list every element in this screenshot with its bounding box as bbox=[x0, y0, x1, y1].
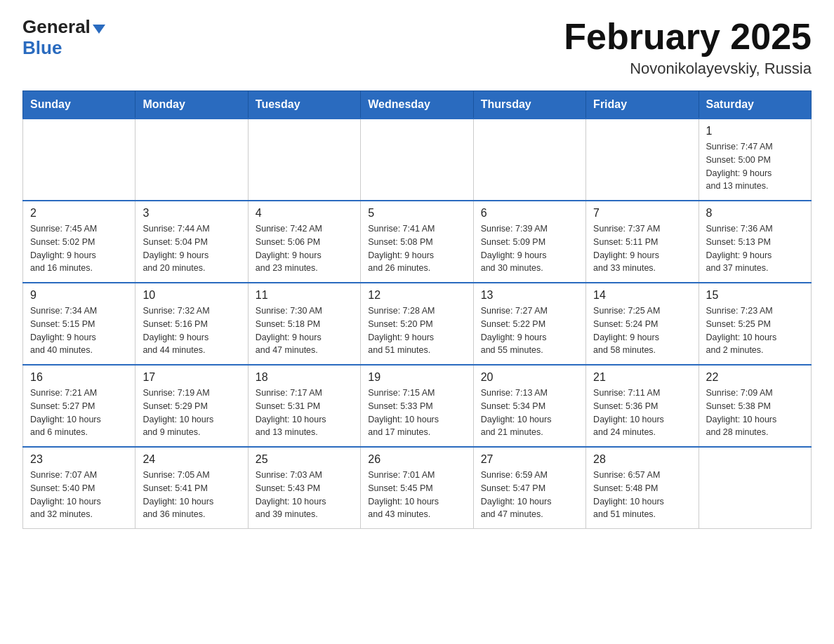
day-info: Sunrise: 7:37 AM Sunset: 5:11 PM Dayligh… bbox=[593, 222, 691, 275]
calendar-week-row: 9Sunrise: 7:34 AM Sunset: 5:15 PM Daylig… bbox=[23, 283, 812, 365]
calendar-day-cell: 12Sunrise: 7:28 AM Sunset: 5:20 PM Dayli… bbox=[361, 283, 473, 365]
day-info: Sunrise: 7:34 AM Sunset: 5:15 PM Dayligh… bbox=[30, 304, 128, 357]
day-info: Sunrise: 7:27 AM Sunset: 5:22 PM Dayligh… bbox=[481, 304, 578, 357]
day-info: Sunrise: 7:13 AM Sunset: 5:34 PM Dayligh… bbox=[481, 387, 578, 439]
calendar-day-cell: 23Sunrise: 7:07 AM Sunset: 5:40 PM Dayli… bbox=[23, 447, 135, 529]
day-info: Sunrise: 7:39 AM Sunset: 5:09 PM Dayligh… bbox=[481, 222, 578, 275]
day-of-week-header: Friday bbox=[586, 91, 699, 119]
calendar-day-cell: 22Sunrise: 7:09 AM Sunset: 5:38 PM Dayli… bbox=[699, 365, 811, 447]
day-info: Sunrise: 7:23 AM Sunset: 5:25 PM Dayligh… bbox=[706, 304, 804, 357]
day-of-week-header: Thursday bbox=[473, 91, 585, 119]
day-number: 19 bbox=[368, 371, 465, 384]
calendar-day-cell: 18Sunrise: 7:17 AM Sunset: 5:31 PM Dayli… bbox=[248, 365, 360, 447]
day-number: 6 bbox=[481, 207, 578, 220]
day-info: Sunrise: 7:05 AM Sunset: 5:41 PM Dayligh… bbox=[143, 469, 240, 521]
calendar-day-cell: 24Sunrise: 7:05 AM Sunset: 5:41 PM Dayli… bbox=[135, 447, 248, 529]
title-block: February 2025 Novonikolayevskiy, Russia bbox=[564, 17, 812, 78]
calendar-table: SundayMondayTuesdayWednesdayThursdayFrid… bbox=[22, 90, 812, 529]
day-of-week-header: Saturday bbox=[699, 91, 811, 119]
day-info: Sunrise: 6:57 AM Sunset: 5:48 PM Dayligh… bbox=[593, 469, 691, 521]
day-number: 15 bbox=[706, 289, 804, 302]
day-number: 12 bbox=[368, 289, 465, 302]
calendar-day-cell: 17Sunrise: 7:19 AM Sunset: 5:29 PM Dayli… bbox=[135, 365, 248, 447]
calendar-day-cell: 10Sunrise: 7:32 AM Sunset: 5:16 PM Dayli… bbox=[135, 283, 248, 365]
day-number: 7 bbox=[593, 207, 691, 220]
calendar-header-row: SundayMondayTuesdayWednesdayThursdayFrid… bbox=[23, 91, 812, 119]
calendar-day-cell bbox=[23, 119, 135, 201]
calendar-day-cell bbox=[473, 119, 585, 201]
calendar-day-cell: 14Sunrise: 7:25 AM Sunset: 5:24 PM Dayli… bbox=[586, 283, 699, 365]
day-info: Sunrise: 7:11 AM Sunset: 5:36 PM Dayligh… bbox=[593, 387, 691, 439]
day-info: Sunrise: 7:44 AM Sunset: 5:04 PM Dayligh… bbox=[143, 222, 240, 275]
day-of-week-header: Monday bbox=[135, 91, 248, 119]
calendar-day-cell bbox=[361, 119, 473, 201]
day-number: 2 bbox=[30, 207, 128, 220]
day-number: 9 bbox=[30, 289, 128, 302]
day-number: 21 bbox=[593, 371, 691, 384]
day-info: Sunrise: 7:25 AM Sunset: 5:24 PM Dayligh… bbox=[593, 304, 691, 357]
calendar-day-cell: 9Sunrise: 7:34 AM Sunset: 5:15 PM Daylig… bbox=[23, 283, 135, 365]
day-number: 1 bbox=[706, 125, 804, 137]
day-info: Sunrise: 7:09 AM Sunset: 5:38 PM Dayligh… bbox=[706, 387, 804, 439]
day-info: Sunrise: 7:17 AM Sunset: 5:31 PM Dayligh… bbox=[256, 387, 353, 439]
day-number: 22 bbox=[706, 371, 804, 384]
calendar-week-row: 1Sunrise: 7:47 AM Sunset: 5:00 PM Daylig… bbox=[23, 119, 812, 201]
page-header: General Blue February 2025 Novonikolayev… bbox=[22, 17, 812, 78]
calendar-day-cell: 3Sunrise: 7:44 AM Sunset: 5:04 PM Daylig… bbox=[135, 201, 248, 283]
calendar-day-cell: 26Sunrise: 7:01 AM Sunset: 5:45 PM Dayli… bbox=[361, 447, 473, 529]
calendar-day-cell: 6Sunrise: 7:39 AM Sunset: 5:09 PM Daylig… bbox=[473, 201, 585, 283]
calendar-day-cell: 8Sunrise: 7:36 AM Sunset: 5:13 PM Daylig… bbox=[699, 201, 811, 283]
calendar-day-cell: 27Sunrise: 6:59 AM Sunset: 5:47 PM Dayli… bbox=[473, 447, 585, 529]
day-info: Sunrise: 7:28 AM Sunset: 5:20 PM Dayligh… bbox=[368, 304, 465, 357]
day-number: 11 bbox=[256, 289, 353, 302]
day-of-week-header: Sunday bbox=[23, 91, 135, 119]
day-number: 23 bbox=[30, 453, 128, 466]
day-number: 4 bbox=[256, 207, 353, 220]
calendar-day-cell: 2Sunrise: 7:45 AM Sunset: 5:02 PM Daylig… bbox=[23, 201, 135, 283]
day-number: 13 bbox=[481, 289, 578, 302]
calendar-day-cell: 19Sunrise: 7:15 AM Sunset: 5:33 PM Dayli… bbox=[361, 365, 473, 447]
day-info: Sunrise: 7:30 AM Sunset: 5:18 PM Dayligh… bbox=[256, 304, 353, 357]
day-number: 24 bbox=[143, 453, 240, 466]
calendar-day-cell: 1Sunrise: 7:47 AM Sunset: 5:00 PM Daylig… bbox=[699, 119, 811, 201]
day-info: Sunrise: 7:45 AM Sunset: 5:02 PM Dayligh… bbox=[30, 222, 128, 275]
calendar-week-row: 23Sunrise: 7:07 AM Sunset: 5:40 PM Dayli… bbox=[23, 447, 812, 529]
day-of-week-header: Tuesday bbox=[248, 91, 360, 119]
day-of-week-header: Wednesday bbox=[361, 91, 473, 119]
calendar-subtitle: Novonikolayevskiy, Russia bbox=[564, 60, 812, 78]
day-number: 26 bbox=[368, 453, 465, 466]
day-number: 14 bbox=[593, 289, 691, 302]
day-number: 3 bbox=[143, 207, 240, 220]
logo: General Blue bbox=[22, 17, 105, 59]
day-number: 10 bbox=[143, 289, 240, 302]
logo-blue: Blue bbox=[22, 37, 62, 58]
day-info: Sunrise: 7:03 AM Sunset: 5:43 PM Dayligh… bbox=[256, 469, 353, 521]
day-info: Sunrise: 7:15 AM Sunset: 5:33 PM Dayligh… bbox=[368, 387, 465, 439]
day-info: Sunrise: 7:42 AM Sunset: 5:06 PM Dayligh… bbox=[256, 222, 353, 275]
calendar-week-row: 16Sunrise: 7:21 AM Sunset: 5:27 PM Dayli… bbox=[23, 365, 812, 447]
calendar-week-row: 2Sunrise: 7:45 AM Sunset: 5:02 PM Daylig… bbox=[23, 201, 812, 283]
day-number: 20 bbox=[481, 371, 578, 384]
calendar-day-cell: 15Sunrise: 7:23 AM Sunset: 5:25 PM Dayli… bbox=[699, 283, 811, 365]
day-info: Sunrise: 7:36 AM Sunset: 5:13 PM Dayligh… bbox=[706, 222, 804, 275]
calendar-day-cell: 16Sunrise: 7:21 AM Sunset: 5:27 PM Dayli… bbox=[23, 365, 135, 447]
calendar-day-cell bbox=[699, 447, 811, 529]
logo-arrow-icon bbox=[93, 25, 105, 34]
day-info: Sunrise: 7:07 AM Sunset: 5:40 PM Dayligh… bbox=[30, 469, 128, 521]
calendar-day-cell: 13Sunrise: 7:27 AM Sunset: 5:22 PM Dayli… bbox=[473, 283, 585, 365]
day-info: Sunrise: 7:21 AM Sunset: 5:27 PM Dayligh… bbox=[30, 387, 128, 439]
day-info: Sunrise: 7:32 AM Sunset: 5:16 PM Dayligh… bbox=[143, 304, 240, 357]
day-number: 25 bbox=[256, 453, 353, 466]
calendar-title: February 2025 bbox=[564, 17, 812, 57]
day-info: Sunrise: 6:59 AM Sunset: 5:47 PM Dayligh… bbox=[481, 469, 578, 521]
calendar-day-cell: 21Sunrise: 7:11 AM Sunset: 5:36 PM Dayli… bbox=[586, 365, 699, 447]
day-number: 27 bbox=[481, 453, 578, 466]
calendar-day-cell: 4Sunrise: 7:42 AM Sunset: 5:06 PM Daylig… bbox=[248, 201, 360, 283]
calendar-day-cell bbox=[586, 119, 699, 201]
calendar-day-cell bbox=[248, 119, 360, 201]
calendar-day-cell: 20Sunrise: 7:13 AM Sunset: 5:34 PM Dayli… bbox=[473, 365, 585, 447]
day-number: 8 bbox=[706, 207, 804, 220]
day-number: 28 bbox=[593, 453, 691, 466]
day-number: 16 bbox=[30, 371, 128, 384]
logo-general: General bbox=[22, 17, 91, 37]
